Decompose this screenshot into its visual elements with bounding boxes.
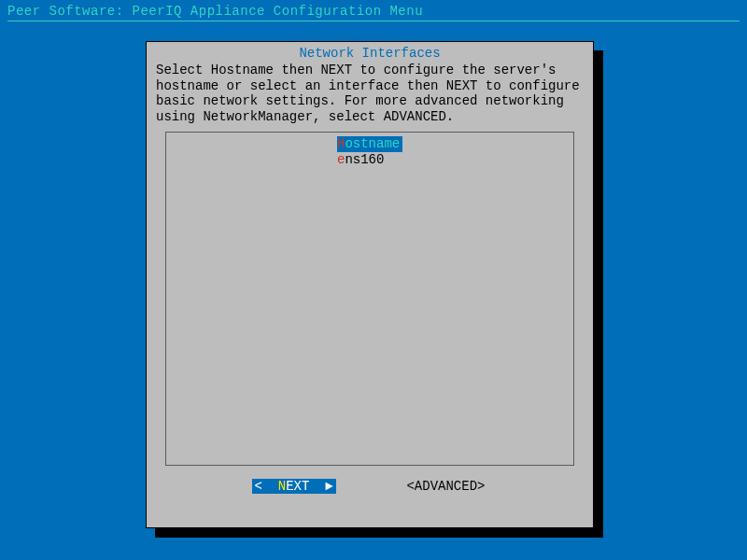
interface-list[interactable]: Hostname ens160 bbox=[165, 132, 574, 466]
button-row: < NEXT ► <ADVANCED> bbox=[156, 479, 584, 494]
list-item-label: ostname bbox=[345, 136, 400, 151]
advanced-button[interactable]: <ADVANCED> bbox=[403, 479, 487, 494]
hotkey-letter: N bbox=[278, 479, 286, 494]
dialog-instructions: Select Hostname then NEXT to configure t… bbox=[156, 63, 584, 124]
list-item-hostname[interactable]: Hostname bbox=[337, 136, 402, 152]
list-item-ens160[interactable]: ens160 bbox=[337, 152, 402, 168]
header-rule bbox=[7, 21, 740, 21]
dialog-title: Network Interfaces bbox=[156, 46, 584, 61]
app-header: Peer Software: PeerIQ Appliance Configur… bbox=[0, 0, 747, 25]
network-interfaces-dialog: Network Interfaces Select Hostname then … bbox=[146, 41, 594, 528]
app-header-text: Peer Software: PeerIQ Appliance Configur… bbox=[7, 4, 423, 19]
arrow-right-icon: ► bbox=[325, 479, 332, 494]
list-item-label: ns160 bbox=[345, 152, 384, 167]
hotkey-letter: A bbox=[415, 479, 422, 494]
next-button[interactable]: < NEXT ► bbox=[252, 479, 336, 494]
